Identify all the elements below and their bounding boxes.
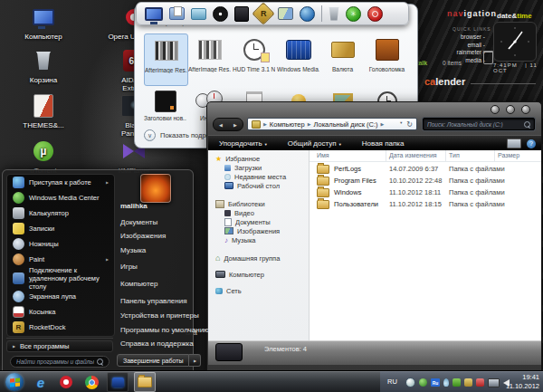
menu-item-solitaire[interactable]: Косынка xyxy=(7,304,114,320)
dock-folder-icon[interactable] xyxy=(191,8,206,20)
column-type[interactable]: Тип xyxy=(449,152,460,158)
trash-can-icon[interactable] xyxy=(483,51,493,64)
tray-icon-green[interactable] xyxy=(419,378,427,387)
menu-item-control-panel[interactable]: Панель управления xyxy=(120,297,187,305)
explorer-search-box[interactable]: Поиск: Локальный диск (C:) xyxy=(423,118,535,130)
menu-item-default-programs[interactable]: Программы по умолчанию xyxy=(120,326,209,334)
breadcrumb-computer[interactable]: Компьютер xyxy=(270,120,305,129)
column-size[interactable]: Размер xyxy=(498,152,519,158)
gadget-tile-currency[interactable]: Валюта xyxy=(321,33,364,84)
menu-item-help-support[interactable]: Справка и поддержка xyxy=(120,339,194,348)
minimize-button[interactable] xyxy=(491,105,500,114)
nav-desktop[interactable]: Рабочий стол xyxy=(215,181,309,190)
address-dropdown-icon[interactable]: ▼ xyxy=(399,120,403,129)
nav-downloads[interactable]: Загрузки xyxy=(215,163,309,172)
tray-icon-yellow[interactable] xyxy=(464,378,472,387)
tray-icon-punto-ru[interactable]: Ru xyxy=(431,378,440,387)
taskbar-explorer-active[interactable] xyxy=(134,372,156,392)
dock-power-icon[interactable] xyxy=(367,6,383,22)
menu-item-getting-started[interactable]: Приступая к работе ▶ xyxy=(7,175,114,190)
desktop-icon-recycle-bin[interactable]: Корзина xyxy=(4,47,83,84)
nav-documents[interactable]: Документы xyxy=(215,217,309,226)
nav-videos[interactable]: Видео xyxy=(215,208,309,217)
breadcrumb-local-disk[interactable]: Локальный диск (C:) xyxy=(314,120,378,129)
maximize-button[interactable] xyxy=(506,105,515,114)
menu-item-calculator[interactable]: Калькулятор xyxy=(7,206,114,221)
tray-icon-drop[interactable] xyxy=(443,378,449,387)
refresh-icon[interactable]: ↻ xyxy=(406,120,413,129)
menu-item-pictures[interactable]: Изображения xyxy=(120,232,166,240)
nav-favorites[interactable]: ★Избранное xyxy=(215,154,309,163)
share-menu[interactable]: Общий доступ ▼ xyxy=(288,139,342,148)
gadget-tile-hud-time[interactable]: HUD Time 3.1 N... xyxy=(233,33,275,84)
nav-homegroup[interactable]: ⌂Домашняя группа xyxy=(215,253,309,263)
nav-recent-places[interactable]: Недавние места xyxy=(215,172,309,181)
tray-icon-shield[interactable] xyxy=(452,378,461,387)
taskbar-clock[interactable]: 19:41 11.10.2012 xyxy=(492,373,539,391)
menu-item-sticky-notes[interactable]: Записки xyxy=(7,221,114,236)
menu-item-computer[interactable]: Компьютер xyxy=(120,280,157,288)
user-name[interactable]: malihka xyxy=(120,202,148,210)
new-folder-button[interactable]: Новая папка xyxy=(362,139,405,148)
forward-button[interactable]: ▶ xyxy=(233,122,237,128)
desktop-icon-themes[interactable]: THEMES&... xyxy=(4,92,83,129)
dock-computer-icon[interactable] xyxy=(145,7,163,21)
menu-item-games[interactable]: Игры xyxy=(120,263,138,271)
dock-network-globe-icon[interactable] xyxy=(300,6,315,22)
taskbar-media-center[interactable] xyxy=(107,372,129,392)
gadget-tile-afterimage[interactable]: Afterimage Res... xyxy=(144,33,188,86)
nav-music[interactable]: ♪Музыка xyxy=(215,235,309,244)
menu-item-rocketdock[interactable]: R RocketDock xyxy=(7,320,114,335)
dock-rocketdock-icon[interactable]: R xyxy=(252,2,274,24)
start-search-input[interactable]: Найти программы и файлы xyxy=(10,356,110,368)
dock-media-player-icon[interactable] xyxy=(234,6,249,22)
taskbar-chrome[interactable] xyxy=(81,373,101,391)
quick-link-rainmeter[interactable]: rainmeter - xyxy=(433,49,485,57)
menu-item-music[interactable]: Музыка xyxy=(120,246,146,254)
quick-link-browser[interactable]: browser - xyxy=(433,33,485,42)
gadget-tile-wmc[interactable]: Windows Media... xyxy=(277,33,319,84)
file-row-program-files[interactable]: Program Files 10.10.2012 22:48 Папка с ф… xyxy=(310,175,541,186)
desktop-icon-computer[interactable]: Компьютер xyxy=(4,4,83,41)
taskbar-ie[interactable]: e xyxy=(31,373,51,391)
show-details-chevron-icon[interactable]: ∨ xyxy=(144,129,156,141)
menu-item-magnifier[interactable]: Экранная лупа xyxy=(7,289,114,304)
file-row-perflogs[interactable]: PerfLogs 14.07.2009 6:37 Папка с файлами xyxy=(310,163,541,175)
user-avatar[interactable] xyxy=(140,174,171,203)
nav-libraries[interactable]: Библиотеки xyxy=(215,199,309,208)
menu-item-paint[interactable]: Paint ▶ xyxy=(7,252,114,267)
nav-pictures[interactable]: Изображения xyxy=(215,226,309,235)
nav-computer[interactable]: Компьютер xyxy=(215,270,309,279)
shutdown-button[interactable]: Завершение работы ▶ xyxy=(117,354,201,367)
dock-settings-icon[interactable]: ✳ xyxy=(346,6,361,22)
address-bar[interactable]: ▶ Компьютер ▶ Локальный диск (C:) ▶ ▼ ↻ xyxy=(247,118,417,130)
close-button[interactable] xyxy=(521,105,530,114)
views-button[interactable] xyxy=(507,139,521,148)
menu-item-devices-printers[interactable]: Устройства и принтеры xyxy=(120,311,199,320)
menu-item-snipping-tool[interactable]: Ножницы xyxy=(7,236,114,252)
all-programs-button[interactable]: ▶ Все программы xyxy=(6,340,113,352)
menu-item-wmc[interactable]: Windows Media Center xyxy=(7,190,114,206)
taskbar-opera[interactable] xyxy=(56,373,76,391)
nav-network[interactable]: Сеть xyxy=(215,286,309,295)
language-indicator[interactable]: RU xyxy=(387,378,397,386)
tray-icon-red[interactable] xyxy=(476,378,484,387)
file-row-windows[interactable]: Windows 11.10.2012 18:11 Папка с файлами xyxy=(310,186,541,198)
menu-item-rdp[interactable]: Подключение к удаленному рабочему столу xyxy=(7,267,114,289)
column-date[interactable]: Дата изменения xyxy=(389,152,437,158)
dock-documents-icon[interactable] xyxy=(169,7,185,20)
dock-recycle-bin-icon[interactable] xyxy=(329,7,339,21)
start-button[interactable] xyxy=(5,373,24,391)
gadget-tile-puzzle[interactable]: Головоломка xyxy=(366,33,408,84)
dock-maps-icon[interactable] xyxy=(278,7,293,20)
menu-item-documents[interactable]: Документы xyxy=(120,218,157,226)
file-row-users[interactable]: Пользователи 11.10.2012 18:15 Папка с фа… xyxy=(310,198,541,210)
gadget-tile-afterimage2[interactable]: AfterImage Res... xyxy=(188,33,231,84)
quick-link-email[interactable]: email - xyxy=(433,42,485,50)
shutdown-options-arrow-icon[interactable]: ▶ xyxy=(189,354,201,367)
tray-icon-circle[interactable] xyxy=(405,378,415,387)
dock-music-icon[interactable] xyxy=(213,6,228,22)
organize-menu[interactable]: Упорядочить ▼ xyxy=(219,139,268,148)
help-icon[interactable]: ? xyxy=(527,139,536,148)
back-button[interactable]: ◀ xyxy=(219,122,223,128)
